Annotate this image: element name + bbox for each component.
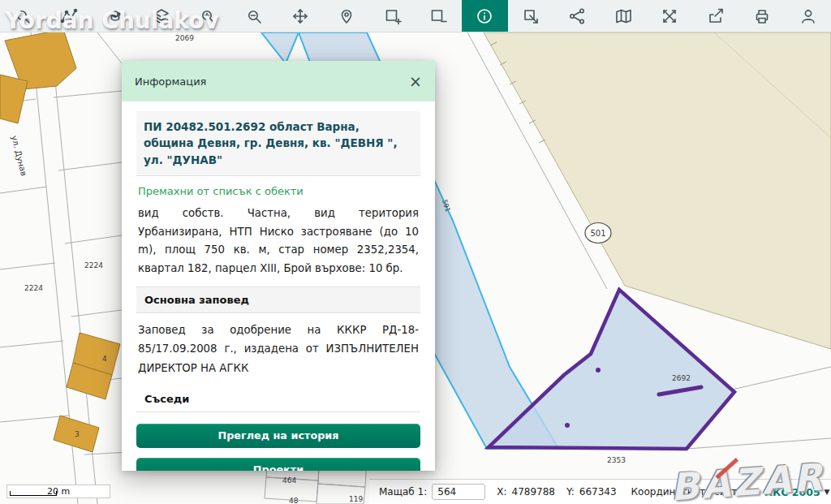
axes-button[interactable]: [646, 0, 692, 32]
info-icon: [476, 7, 493, 25]
popup-header: Информация ×: [122, 61, 435, 101]
zoom-out-button[interactable]: [230, 0, 277, 32]
location-pin-icon: [338, 7, 355, 25]
zoom-in-button[interactable]: [185, 0, 231, 32]
measure-button[interactable]: [46, 0, 93, 32]
zoom-in-icon: [199, 7, 217, 25]
remove-from-list-link[interactable]: Премахни от списък с обекти: [136, 176, 420, 203]
parcel-label: 3: [75, 430, 80, 438]
export-button[interactable]: [692, 0, 738, 32]
export-icon: [707, 7, 725, 25]
scale-input[interactable]: [432, 484, 485, 500]
user-button[interactable]: [785, 0, 831, 32]
parcel-label: 464: [282, 476, 296, 485]
close-icon[interactable]: ×: [409, 74, 422, 89]
pan-icon: [291, 7, 309, 25]
share-button[interactable]: [554, 0, 601, 32]
layers-button[interactable]: [139, 0, 185, 32]
zoom-out-icon: [245, 7, 263, 25]
education-button[interactable]: [93, 0, 139, 32]
main-toolbar: [0, 0, 831, 32]
parcel-label: 2692: [672, 374, 691, 382]
parcel-label: 2224: [84, 261, 103, 269]
measure-icon: [60, 7, 78, 25]
info-button[interactable]: [462, 0, 508, 32]
print-icon: [753, 7, 771, 25]
print-button[interactable]: [738, 0, 785, 32]
order-section-header: Основна заповед: [136, 286, 420, 313]
popup-actions: Преглед на история Проекти: [136, 424, 420, 471]
parcel-label: 48: [289, 497, 299, 504]
road-number-label: 501: [590, 229, 605, 238]
search-icon: [14, 7, 32, 25]
scalebar-bracket: [10, 491, 57, 496]
parcel-label: 4: [102, 355, 107, 363]
parcel-label: 2353: [607, 456, 626, 464]
neighbors-section-header: Съседи: [136, 386, 420, 412]
x-value: 4789788: [512, 486, 555, 498]
projects-button[interactable]: Проекти: [136, 458, 420, 471]
clip-region-button[interactable]: [508, 0, 554, 32]
object-title: ПИ 20482.501.2692 област Варна, община Д…: [136, 111, 420, 176]
clip-region-icon: [522, 7, 540, 25]
parcel-label: 119: [349, 495, 363, 503]
search-button[interactable]: [0, 0, 46, 32]
layers-icon: [153, 7, 170, 25]
history-button[interactable]: Преглед на история: [136, 424, 420, 448]
popup-title: Информация: [135, 75, 206, 88]
axes-icon: [661, 7, 678, 25]
select-rect-plus-icon: [384, 7, 402, 25]
parcel-label: 2069: [175, 34, 194, 42]
info-popup: Информация × ПИ 20482.501.2692 област Ва…: [122, 61, 435, 471]
share-icon: [568, 7, 586, 25]
parcel-label: 2224: [24, 284, 43, 292]
vertex-dot: [596, 368, 601, 373]
select-area-add-button[interactable]: [369, 0, 416, 32]
pan-button[interactable]: [277, 0, 323, 32]
chevron-down-icon: ▼: [825, 488, 830, 496]
app-window: 501 2069 2224 2224 2353 2353 2692 464 11…: [0, 0, 831, 504]
status-bar: Мащаб 1: X: 4789788 Y: 667343 Координатн…: [369, 479, 831, 504]
crs-value: ККС 2005: [764, 486, 820, 498]
map-view-button[interactable]: [601, 0, 647, 32]
map-icon: [614, 7, 632, 25]
select-rect-minus-icon: [429, 7, 447, 25]
y-value: 667343: [579, 486, 617, 498]
order-text: Заповед за одобрение на КККР РД-18-85/17…: [136, 313, 420, 386]
road-number-badge: 501: [585, 223, 611, 243]
y-label: Y:: [566, 486, 575, 498]
crs-select[interactable]: ККС 2005 ▼: [764, 486, 830, 498]
popup-body: ПИ 20482.501.2692 област Варна, община Д…: [122, 101, 435, 471]
location-button[interactable]: [323, 0, 369, 32]
crs-label: Координатната система:: [631, 486, 760, 498]
object-details: вид собств. Частна, вид територия Урбани…: [136, 203, 420, 286]
graduation-cap-icon: [106, 7, 124, 25]
x-label: X:: [497, 486, 506, 498]
user-icon: [799, 7, 817, 25]
scale-label: Мащаб 1:: [379, 486, 427, 498]
vertex-dot: [565, 423, 570, 428]
map-scalebar: 20 m: [6, 485, 110, 498]
select-area-remove-button[interactable]: [416, 0, 462, 32]
